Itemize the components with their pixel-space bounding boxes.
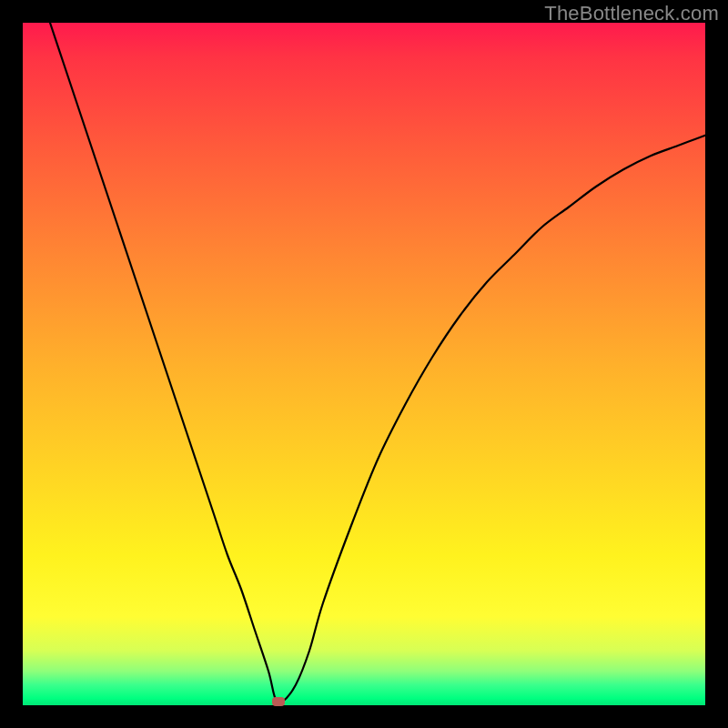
chart-frame: TheBottleneck.com — [0, 0, 728, 728]
curve-layer — [23, 23, 705, 705]
optimal-point-marker — [272, 697, 285, 706]
bottleneck-curve — [50, 23, 705, 703]
watermark-text: TheBottleneck.com — [544, 2, 719, 25]
